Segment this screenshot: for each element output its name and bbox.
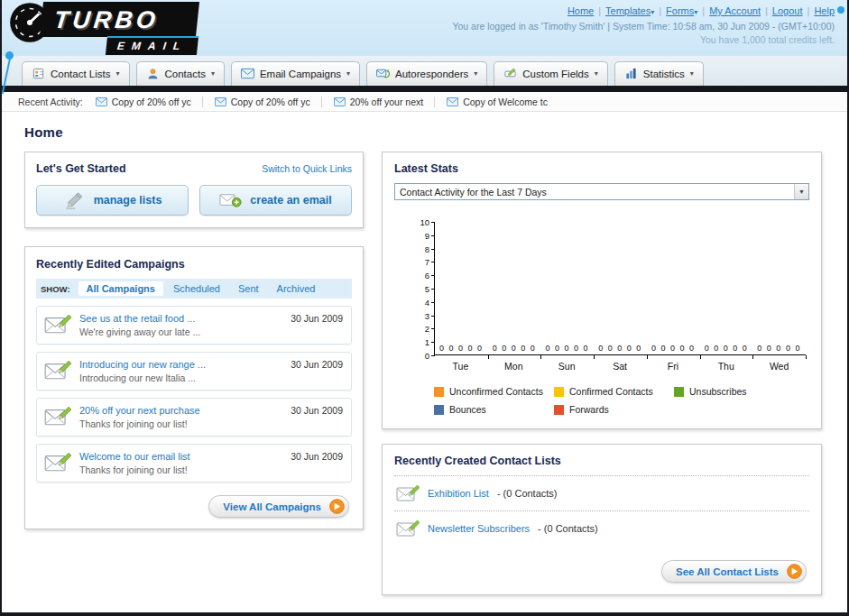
tab-autoresponders[interactable]: Autoresponders▾ bbox=[366, 61, 487, 86]
see-all-contact-lists-button[interactable]: See All Contact Lists bbox=[661, 560, 807, 583]
top-nav-my-account[interactable]: My Account bbox=[709, 5, 761, 16]
page-title: Home bbox=[24, 124, 822, 140]
tab-email-campaigns[interactable]: Email Campaigns▾ bbox=[231, 61, 360, 86]
chart-y-tick-label: 1 bbox=[408, 337, 429, 347]
chart-value-labels: 0 0 0 0 0 bbox=[752, 344, 806, 353]
top-nav: Home|Templates ▾|Forms ▾|My Account|Logo… bbox=[452, 5, 835, 16]
view-all-campaigns-button[interactable]: View All Campaigns bbox=[208, 495, 349, 518]
chart-x-tick bbox=[806, 355, 807, 359]
envelope-pencil-icon bbox=[44, 451, 71, 473]
contact-list-item[interactable]: Newsletter Subscribers- (0 Contacts) bbox=[394, 511, 809, 546]
campaign-text: 20% off your next purchaseThanks for joi… bbox=[79, 405, 200, 429]
recent-activity-item[interactable]: Copy of 20% off yc bbox=[213, 97, 322, 107]
chart-y-tick bbox=[431, 328, 435, 329]
tab-statistics[interactable]: Statistics▾ bbox=[614, 61, 704, 86]
chart-y-tick-label: 3 bbox=[408, 311, 429, 321]
recent-activity-item[interactable]: Copy of 20% off yc bbox=[94, 97, 203, 107]
campaign-item[interactable]: Introducing our new range ...Introducing… bbox=[36, 352, 352, 391]
chart-y-tick-label: 9 bbox=[408, 231, 429, 241]
contact-list-count: - (0 Contacts) bbox=[497, 488, 558, 499]
recent-activity-item-label: Copy of 20% off yc bbox=[112, 97, 191, 107]
stats-period-select[interactable]: Contact Activity for the Last 7 Days ▼ bbox=[394, 183, 809, 200]
app-logo[interactable]: TURBO EMAIL bbox=[9, 2, 198, 55]
switch-quick-links-link[interactable]: Switch to Quick Links bbox=[262, 163, 352, 174]
campaign-item[interactable]: 20% off your next purchaseThanks for joi… bbox=[36, 398, 352, 437]
top-nav-help[interactable]: Help bbox=[814, 5, 835, 16]
main-content: Home Let's Get Started Switch to Quick L… bbox=[2, 112, 847, 616]
tab-label: Email Campaigns bbox=[260, 69, 341, 79]
tab-label: Autoresponders bbox=[395, 69, 468, 79]
chart-plot: 0123456789100 0 0 0 00 0 0 0 00 0 0 0 00… bbox=[434, 222, 806, 355]
chart: 0123456789100 0 0 0 00 0 0 0 00 0 0 0 00… bbox=[434, 222, 806, 355]
create-email-button[interactable]: create an email bbox=[199, 185, 352, 216]
recent-activity-item[interactable]: Copy of Welcome tc bbox=[445, 97, 558, 107]
campaign-title-link[interactable]: Introducing our new range ... bbox=[79, 359, 206, 370]
chart-y-tick bbox=[431, 262, 435, 262]
filter-all-campaigns[interactable]: All Campaigns bbox=[78, 281, 163, 296]
chart-y-tick bbox=[431, 355, 435, 356]
chart-y-tick-label: 6 bbox=[408, 271, 429, 280]
legend-item: Unconfirmed Contacts bbox=[434, 386, 554, 397]
recent-activity-bar: Recent Activity: Copy of 20% off ycCopy … bbox=[2, 92, 847, 112]
caret-down-icon: ▾ bbox=[346, 69, 350, 78]
legend-item: Forwards bbox=[554, 404, 674, 415]
top-nav-templates[interactable]: Templates ▾ bbox=[605, 5, 654, 16]
campaign-text: Welcome to our email listThanks for join… bbox=[79, 451, 190, 475]
campaign-item[interactable]: See us at the retail food ...We're givin… bbox=[36, 306, 352, 345]
manage-lists-button[interactable]: manage lists bbox=[36, 185, 189, 216]
chart-x-label: Sat bbox=[594, 361, 647, 372]
tab-label: Contact Lists bbox=[51, 69, 110, 79]
campaign-title-link[interactable]: Welcome to our email list bbox=[79, 451, 190, 462]
campaign-title-link[interactable]: 20% off your next purchase bbox=[79, 405, 200, 416]
contact-list-link[interactable]: Exhibition List bbox=[428, 488, 489, 499]
chart-x-tick bbox=[488, 355, 489, 359]
chart-x-tick bbox=[700, 355, 701, 359]
campaign-title-link[interactable]: See us at the retail food ... bbox=[79, 313, 200, 324]
recent-activity-items: Copy of 20% off ycCopy of 20% off yc20% … bbox=[94, 97, 568, 107]
tab-custom-fields[interactable]: Custom Fields▾ bbox=[494, 61, 608, 86]
campaign-subtitle: We're giving away our late ... bbox=[79, 326, 200, 337]
top-nav-logout[interactable]: Logout bbox=[772, 5, 803, 16]
nav-separator: | bbox=[659, 5, 661, 16]
envelope-icon bbox=[447, 97, 458, 106]
filter-scheduled[interactable]: Scheduled bbox=[165, 281, 228, 296]
email-campaigns-icon bbox=[241, 68, 254, 79]
campaign-item[interactable]: Welcome to our email listThanks for join… bbox=[36, 444, 352, 483]
tab-contacts[interactable]: Contacts▾ bbox=[136, 61, 225, 86]
campaign-subtitle: Thanks for joining our list! bbox=[79, 418, 200, 429]
envelope-pencil-icon bbox=[396, 484, 420, 502]
logo-subtitle: EMAIL bbox=[106, 36, 199, 55]
recent-activity-label: Recent Activity: bbox=[18, 97, 83, 107]
envelope-pencil-icon bbox=[44, 405, 71, 427]
filter-archived[interactable]: Archived bbox=[269, 281, 324, 296]
top-nav-home[interactable]: Home bbox=[568, 5, 594, 16]
campaign-text: See us at the retail food ...We're givin… bbox=[79, 313, 200, 337]
dropdown-arrow-icon: ▼ bbox=[794, 184, 808, 199]
statistics-icon bbox=[624, 68, 638, 79]
envelope-plus-icon bbox=[219, 191, 242, 209]
caret-down-icon: ▾ bbox=[211, 69, 215, 78]
latest-stats-panel: Latest Stats Contact Activity for the La… bbox=[382, 152, 822, 429]
chart-y-tick-label: 10 bbox=[408, 217, 429, 227]
envelope-icon bbox=[96, 97, 107, 106]
caret-down-icon: ▾ bbox=[651, 8, 654, 16]
envelope-icon bbox=[215, 97, 226, 106]
tab-label: Custom Fields bbox=[522, 69, 589, 79]
top-nav-forms[interactable]: Forms ▾ bbox=[666, 5, 697, 16]
caret-down-icon: ▾ bbox=[595, 69, 598, 78]
contact-list-link[interactable]: Newsletter Subscribers bbox=[428, 523, 530, 534]
recent-activity-item[interactable]: 20% off your next bbox=[332, 97, 436, 107]
tab-label: Statistics bbox=[643, 69, 685, 79]
create-email-label: create an email bbox=[250, 194, 331, 207]
filter-sent[interactable]: Sent bbox=[230, 281, 267, 296]
chart-y-tick bbox=[431, 222, 435, 223]
tab-contact-lists[interactable]: Contact Lists▾ bbox=[22, 61, 130, 86]
chart-value-labels: 0 0 0 0 0 bbox=[700, 344, 753, 353]
legend-swatch bbox=[554, 405, 564, 415]
tab-label: Contacts bbox=[165, 69, 206, 79]
campaigns-title: Recently Edited Campaigns bbox=[36, 258, 352, 271]
chart-x-label: Wed bbox=[752, 361, 806, 372]
envelope-pencil-icon bbox=[44, 313, 71, 335]
legend-label: Bounces bbox=[449, 404, 486, 415]
contact-list-item[interactable]: Exhibition List- (0 Contacts) bbox=[394, 476, 809, 511]
